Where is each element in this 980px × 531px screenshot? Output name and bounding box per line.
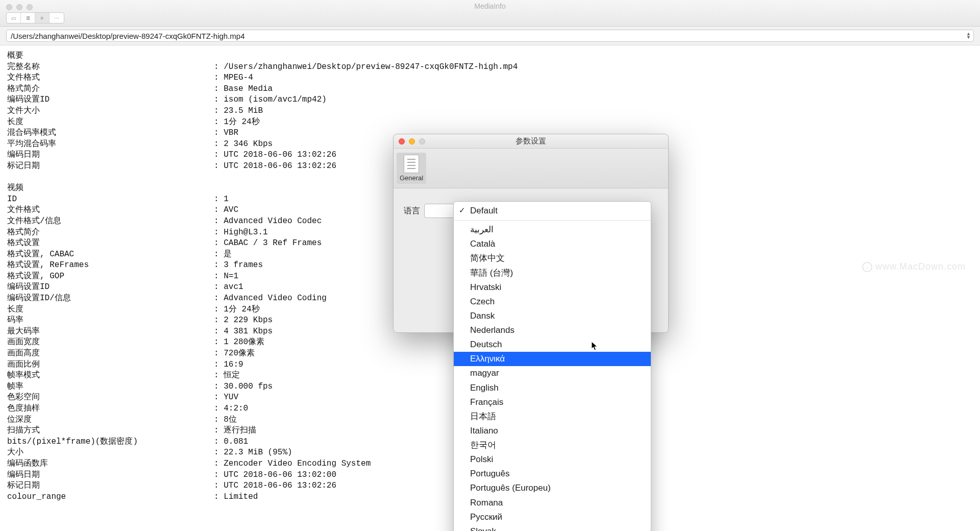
- close-icon[interactable]: [6, 4, 12, 10]
- info-label: 画面宽度: [7, 337, 214, 348]
- language-option[interactable]: Français: [454, 395, 651, 409]
- prefs-title: 参数设置: [516, 136, 546, 146]
- info-label: 编码设置ID/信息: [7, 293, 214, 304]
- language-option[interactable]: English: [454, 381, 651, 395]
- language-label: 语言: [404, 206, 420, 317]
- info-label: 混合码率模式: [7, 128, 214, 139]
- window-title: MediaInfo: [474, 2, 505, 10]
- info-row: 长度: 1分 24秒: [7, 117, 973, 128]
- info-label: 长度: [7, 304, 214, 316]
- view-seg-3[interactable]: ≡: [35, 13, 50, 23]
- info-label: 帧率模式: [7, 370, 214, 381]
- minimize-icon[interactable]: [409, 138, 415, 144]
- info-label: colour_range: [7, 492, 214, 503]
- document-icon: [404, 155, 419, 173]
- language-option[interactable]: magyar: [454, 366, 651, 380]
- info-value: : isom (isom/avc1/mp42): [214, 94, 327, 106]
- info-label: 格式设置, GOP: [7, 271, 214, 282]
- language-option[interactable]: العربية: [454, 223, 651, 237]
- language-option[interactable]: Default: [454, 204, 651, 218]
- main-titlebar: MediaInfo ▭ ≣ ≡ ⋯: [0, 0, 980, 27]
- info-label: 编码函数库: [7, 458, 214, 470]
- cursor-icon: [591, 341, 598, 351]
- info-row: 文件格式: MPEG-4: [7, 73, 973, 84]
- view-mode-segmented[interactable]: ▭ ≣ ≡ ⋯: [6, 12, 64, 23]
- info-value: : 0.081: [214, 437, 248, 448]
- watermark: www.MacDown.com: [862, 261, 966, 272]
- window-controls: [0, 4, 33, 10]
- prefs-toolbar: General: [394, 149, 668, 188]
- info-label: 格式设置, CABAC: [7, 249, 214, 260]
- language-option[interactable]: 日本語: [454, 409, 651, 424]
- info-label: 格式设置, ReFrames: [7, 260, 214, 271]
- info-label: 格式简介: [7, 84, 214, 95]
- info-value: : 1分 24秒: [214, 117, 260, 128]
- language-option[interactable]: Català: [454, 237, 651, 251]
- info-value: : Advanced Video Codec: [214, 216, 322, 227]
- close-icon[interactable]: [399, 138, 405, 144]
- download-icon: [862, 262, 872, 272]
- info-label: 扫描方式: [7, 425, 214, 437]
- minimize-icon[interactable]: [16, 4, 22, 10]
- language-option[interactable]: Ελληνικά: [454, 352, 651, 366]
- info-label: 编码设置ID: [7, 282, 214, 293]
- language-option[interactable]: 한국어: [454, 438, 651, 452]
- info-value: : CABAC / 3 Ref Frames: [214, 238, 322, 249]
- info-value: : MPEG-4: [214, 73, 253, 84]
- file-path-input[interactable]: [6, 30, 974, 42]
- language-option[interactable]: Dansk: [454, 309, 651, 323]
- info-label: 文件大小: [7, 106, 214, 117]
- info-value: : 16:9: [214, 359, 243, 371]
- info-value: : 23.5 MiB: [214, 106, 263, 117]
- info-value: : /Users/zhanghanwei/Desktop/preview-892…: [214, 62, 518, 73]
- info-value: : Advanced Video Coding: [214, 293, 327, 304]
- info-label: 文件格式: [7, 73, 214, 84]
- language-option[interactable]: Czech: [454, 295, 651, 309]
- info-label: 完整名称: [7, 62, 214, 73]
- info-value: : N=1: [214, 271, 238, 282]
- info-label: ID: [7, 194, 214, 205]
- info-label: 平均混合码率: [7, 139, 214, 150]
- info-label: 最大码率: [7, 326, 214, 337]
- language-option[interactable]: Nederlands: [454, 323, 651, 337]
- zoom-icon: [419, 138, 425, 144]
- language-option[interactable]: Italiano: [454, 424, 651, 438]
- language-dropdown[interactable]: DefaultالعربيةCatalà简体中文華語 (台灣)HrvatskiC…: [453, 201, 651, 531]
- info-value: : YUV: [214, 392, 238, 403]
- info-value: : 逐行扫描: [214, 425, 256, 437]
- info-label: 编码日期: [7, 470, 214, 481]
- info-value: : 4 381 Kbps: [214, 326, 273, 337]
- info-row: 文件大小: 23.5 MiB: [7, 106, 973, 117]
- tab-general[interactable]: General: [397, 153, 426, 184]
- view-seg-4[interactable]: ⋯: [50, 13, 64, 23]
- info-label: 大小: [7, 447, 214, 458]
- language-option[interactable]: Romana: [454, 496, 651, 510]
- prefs-titlebar: 参数设置: [394, 134, 668, 149]
- language-option[interactable]: Português: [454, 467, 651, 481]
- tab-general-label: General: [398, 174, 425, 182]
- info-label: 编码设置ID: [7, 94, 214, 106]
- language-option[interactable]: Português (Europeu): [454, 481, 651, 495]
- info-label: 色度抽样: [7, 403, 214, 415]
- language-option[interactable]: Русский: [454, 510, 651, 524]
- view-seg-2[interactable]: ≣: [21, 13, 35, 23]
- info-value: : 22.3 MiB (95%): [214, 447, 292, 458]
- language-option[interactable]: Polski: [454, 452, 651, 467]
- language-option[interactable]: Hrvatski: [454, 280, 651, 295]
- language-option[interactable]: 華語 (台灣): [454, 266, 651, 280]
- info-label: 文件格式: [7, 205, 214, 216]
- info-value: : UTC 2018-06-06 13:02:00: [214, 470, 336, 481]
- info-value: : 1: [214, 194, 229, 205]
- info-row: 格式简介: Base Media: [7, 84, 973, 95]
- zoom-icon[interactable]: [27, 4, 33, 10]
- language-option[interactable]: 简体中文: [454, 251, 651, 266]
- path-stepper-icon[interactable]: ▲▼: [966, 32, 971, 39]
- info-label: 编码日期: [7, 150, 214, 161]
- info-label: 画面比例: [7, 359, 214, 371]
- language-option[interactable]: Deutsch: [454, 337, 651, 352]
- language-option[interactable]: Slovak: [454, 524, 651, 531]
- info-value: : 8位: [214, 415, 237, 426]
- section-header: 概要: [7, 51, 973, 62]
- info-row: 完整名称: /Users/zhanghanwei/Desktop/preview…: [7, 62, 973, 73]
- view-seg-1[interactable]: ▭: [7, 13, 21, 23]
